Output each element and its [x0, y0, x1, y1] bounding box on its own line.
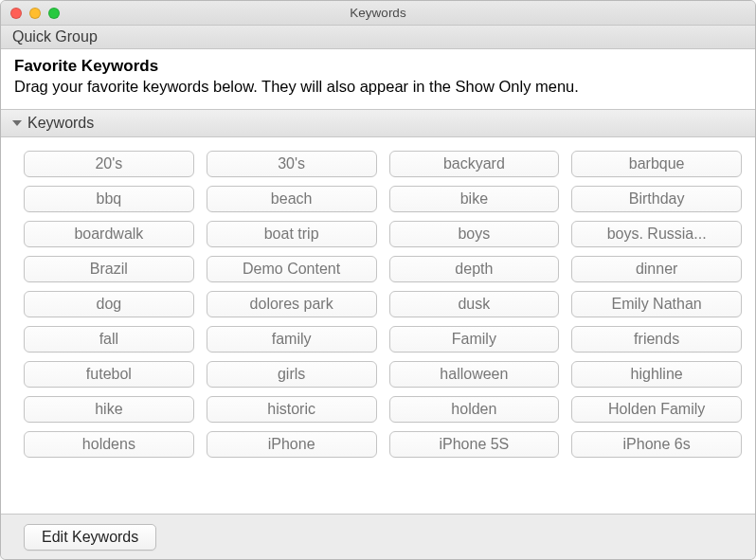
window-title: Keywords [1, 6, 755, 20]
keyword-pill[interactable]: fall [24, 326, 194, 352]
keyword-pill[interactable]: beach [207, 186, 377, 212]
keyword-pill[interactable]: boardwalk [24, 221, 194, 247]
keyword-grid: 20's30'sbackyardbarbquebbqbeachbikeBirth… [24, 151, 742, 458]
keywords-section-header[interactable]: Keywords [1, 110, 755, 137]
keyword-pill[interactable]: Family [389, 326, 560, 352]
favorites-title: Favorite Keywords [14, 57, 742, 76]
keyword-pill[interactable]: Demo Content [207, 256, 377, 282]
zoom-window-button[interactable] [48, 8, 60, 19]
keyword-pill[interactable]: depth [389, 256, 560, 282]
keyword-pill[interactable]: boys [389, 221, 560, 247]
favorites-description: Drag your favorite keywords below. They … [14, 78, 742, 96]
keyword-pill[interactable]: 20's [24, 151, 194, 177]
close-window-button[interactable] [10, 8, 22, 19]
titlebar: Keywords [1, 1, 755, 26]
keyword-pill[interactable]: dog [24, 291, 194, 317]
keyword-pill[interactable]: Holden Family [571, 396, 742, 423]
keyword-pill[interactable]: halloween [389, 361, 560, 388]
keyword-pill[interactable]: iPhone 6s [571, 431, 742, 458]
quick-group-label: Quick Group [12, 28, 98, 45]
footer-bar: Edit Keywords [1, 514, 755, 559]
keyword-pill[interactable]: bike [389, 186, 560, 212]
keyword-pill[interactable]: friends [571, 326, 742, 352]
keyword-pill[interactable]: futebol [24, 361, 194, 388]
keyword-pill[interactable]: 30's [207, 151, 377, 177]
keyword-pill[interactable]: boat trip [207, 221, 377, 247]
keyword-pill[interactable]: bbq [24, 186, 194, 212]
keyword-pill[interactable]: boys. Russia... [571, 221, 742, 247]
keyword-pill[interactable]: dolores park [207, 291, 377, 317]
keyword-pill[interactable]: holdens [24, 431, 194, 458]
keyword-pill[interactable]: Emily Nathan [571, 291, 742, 317]
keyword-pill[interactable]: holden [389, 396, 560, 423]
keyword-pill[interactable]: barbque [571, 151, 742, 177]
keyword-pill[interactable]: family [207, 326, 377, 352]
minimize-window-button[interactable] [29, 8, 41, 19]
keyword-pill[interactable]: historic [207, 396, 377, 423]
favorites-section: Favorite Keywords Drag your favorite key… [1, 49, 755, 110]
keyword-pill[interactable]: Brazil [24, 256, 194, 282]
keywords-body: 20's30'sbackyardbarbquebbqbeachbikeBirth… [1, 137, 755, 514]
disclosure-triangle-icon [12, 120, 22, 126]
keyword-pill[interactable]: dinner [571, 256, 742, 282]
keyword-pill[interactable]: girls [207, 361, 377, 388]
keyword-pill[interactable]: Birthday [571, 186, 742, 212]
keyword-pill[interactable]: dusk [389, 291, 560, 317]
keyword-pill[interactable]: hike [24, 396, 194, 423]
window-traffic-lights [10, 8, 60, 19]
keyword-pill[interactable]: iPhone [207, 431, 377, 458]
edit-keywords-button[interactable]: Edit Keywords [24, 524, 156, 551]
keywords-window: Keywords Quick Group Favorite Keywords D… [0, 0, 756, 560]
keyword-pill[interactable]: iPhone 5S [389, 431, 560, 458]
quick-group-bar[interactable]: Quick Group [1, 26, 755, 49]
keyword-pill[interactable]: highline [571, 361, 742, 388]
keyword-pill[interactable]: backyard [389, 151, 560, 177]
keywords-section-label: Keywords [27, 115, 94, 132]
edit-keywords-label: Edit Keywords [42, 529, 138, 546]
